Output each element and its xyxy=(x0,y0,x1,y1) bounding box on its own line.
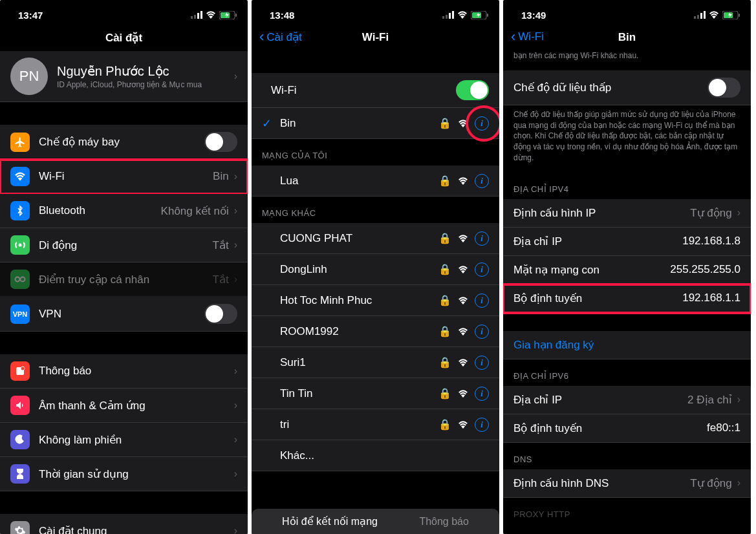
page-title: Wi-Fi xyxy=(362,31,389,43)
wifi-toggle[interactable] xyxy=(456,80,489,100)
chevron-icon: › xyxy=(234,70,237,82)
low-data-toggle[interactable] xyxy=(707,78,740,98)
info-icon[interactable]: i xyxy=(475,174,489,188)
dns-config-row[interactable]: Định cấu hình DNS Tự động › xyxy=(503,469,751,498)
network-row[interactable]: Lua🔒i xyxy=(252,166,499,197)
renew-lease-row[interactable]: Gia hạn đăng ký xyxy=(503,331,751,359)
network-row[interactable]: CUONG PHAT🔒i xyxy=(252,223,499,254)
page-title: Cài đặt xyxy=(0,26,248,51)
network-name: ROOM1992 xyxy=(276,325,438,338)
svg-rect-25 xyxy=(704,11,706,19)
vpn-toggle[interactable] xyxy=(204,304,237,324)
cellular-row[interactable]: Di động Tắt › xyxy=(0,228,248,262)
section-header-mine: MẠNG CỦA TÔI xyxy=(252,139,499,166)
info-icon[interactable]: i xyxy=(475,418,489,432)
network-row[interactable]: DongLinh🔒i xyxy=(252,254,499,285)
back-label: Cài đặt xyxy=(266,30,301,44)
svg-rect-28 xyxy=(739,14,740,17)
ask-to-join-row[interactable]: Hỏi để kết nối mạng Thông báo xyxy=(252,509,499,534)
vpn-row[interactable]: VPN VPN xyxy=(0,297,248,332)
cellular-signal-icon xyxy=(191,11,202,19)
screentime-label: Thời gian sử dụng xyxy=(39,467,229,481)
lock-icon: 🔒 xyxy=(438,263,451,275)
wifi-signal-icon xyxy=(458,390,468,398)
network-row[interactable]: Tin Tin🔒i xyxy=(252,378,499,409)
airplane-label: Chế độ máy bay xyxy=(39,135,204,149)
renew-label: Gia hạn đăng ký xyxy=(513,338,740,352)
back-button[interactable]: ‹ Wi-Fi xyxy=(511,30,544,44)
bluetooth-row[interactable]: Bluetooth Không kết nối › xyxy=(0,194,248,228)
airplane-icon xyxy=(10,133,30,152)
info-icon[interactable]: i xyxy=(475,231,489,246)
trail-text: bạn trên các mạng Wi-Fi khác nhau. xyxy=(503,50,751,70)
wifi-row[interactable]: Wi-Fi Bin › xyxy=(0,160,248,194)
network-row[interactable]: ROOM1992🔒i xyxy=(252,316,499,347)
info-icon[interactable]: i xyxy=(475,387,489,401)
svg-rect-1 xyxy=(194,15,196,19)
network-row[interactable]: tri🔒i xyxy=(252,409,499,440)
ipv4-header: ĐỊA CHỈ IPV4 xyxy=(503,173,751,199)
chevron-icon: › xyxy=(737,207,740,219)
network-row[interactable]: Suri1🔒i xyxy=(252,347,499,378)
notifications-row[interactable]: Thông báo › xyxy=(0,354,248,389)
status-icons xyxy=(191,11,237,19)
airplane-row[interactable]: Chế độ máy bay xyxy=(0,125,248,160)
ipv6-ip-row[interactable]: Địa chỉ IP 2 Địa chỉ › xyxy=(503,386,751,414)
lock-icon: 🔒 xyxy=(438,418,451,431)
low-data-label: Chế độ dữ liệu thấp xyxy=(513,81,707,94)
svg-point-10 xyxy=(21,367,25,370)
hotspot-value: Tắt xyxy=(213,273,229,286)
wifi-label: Wi-Fi xyxy=(262,84,456,97)
back-button[interactable]: ‹ Cài đặt xyxy=(259,30,302,44)
chevron-icon: › xyxy=(234,365,237,377)
hotspot-row[interactable]: Điểm truy cập cá nhân Tắt › xyxy=(0,262,248,297)
router-row: Bộ định tuyến 192.168.1.1 xyxy=(503,284,751,313)
other-network-row[interactable]: Khác... xyxy=(252,440,499,471)
wifi-toggle-row[interactable]: Wi-Fi xyxy=(252,73,499,108)
info-icon[interactable]: i xyxy=(475,356,489,370)
vpn-icon: VPN xyxy=(10,304,30,324)
ip-label: Địa chỉ IP xyxy=(513,235,682,248)
info-icon[interactable]: i xyxy=(475,325,489,339)
info-icon[interactable]: i xyxy=(475,294,489,308)
cellular-value: Tắt xyxy=(213,239,229,252)
sound-row[interactable]: Âm thanh & Cảm ứng › xyxy=(0,389,248,423)
svg-rect-20 xyxy=(472,12,481,18)
network-row[interactable]: Hot Toc Minh Phuc🔒i xyxy=(252,285,499,316)
connected-network-row[interactable]: ✓ Bin 🔒 i xyxy=(252,108,499,139)
dnd-row[interactable]: Không làm phiền › xyxy=(0,423,248,457)
ipv6-router-label: Bộ định tuyến xyxy=(513,422,707,435)
check-icon: ✓ xyxy=(262,116,276,131)
wifi-signal-icon xyxy=(458,120,468,127)
general-row[interactable]: Cài đặt chung › xyxy=(0,514,248,534)
network-name: tri xyxy=(276,418,438,431)
info-icon[interactable]: i xyxy=(475,262,489,277)
low-data-row[interactable]: Chế độ dữ liệu thấp xyxy=(503,70,751,105)
airplane-toggle[interactable] xyxy=(204,132,237,152)
ask-label: Hỏi để kết nối mạng xyxy=(282,516,378,527)
screentime-row[interactable]: Thời gian sử dụng › xyxy=(0,457,248,491)
svg-rect-21 xyxy=(487,14,488,17)
profile-row[interactable]: PN Nguyễn Phước Lộc ID Apple, iCloud, Ph… xyxy=(0,51,248,102)
network-name: Lua xyxy=(276,175,438,187)
status-icons xyxy=(442,11,489,19)
dnd-icon xyxy=(10,430,30,449)
wifi-value: Bin xyxy=(213,170,229,183)
lock-icon: 🔒 xyxy=(438,356,451,368)
wifi-signal-icon xyxy=(458,235,468,242)
config-ip-row[interactable]: Định cấu hình IP Tự động › xyxy=(503,199,751,228)
bluetooth-value: Không kết nối xyxy=(161,204,229,218)
chevron-icon: › xyxy=(737,477,740,489)
avatar: PN xyxy=(10,58,48,95)
bluetooth-icon xyxy=(10,201,30,220)
chevron-left-icon: ‹ xyxy=(259,30,264,44)
ipv6-router-row: Bộ định tuyến fe80::1 xyxy=(503,414,751,443)
chevron-icon: › xyxy=(234,400,237,411)
wifi-signal-icon xyxy=(458,177,468,185)
chevron-icon: › xyxy=(234,434,237,445)
svg-rect-2 xyxy=(197,13,199,19)
info-icon[interactable]: i xyxy=(475,116,489,131)
svg-rect-24 xyxy=(700,13,702,19)
svg-rect-0 xyxy=(191,16,193,19)
status-time: 13:47 xyxy=(18,10,43,21)
